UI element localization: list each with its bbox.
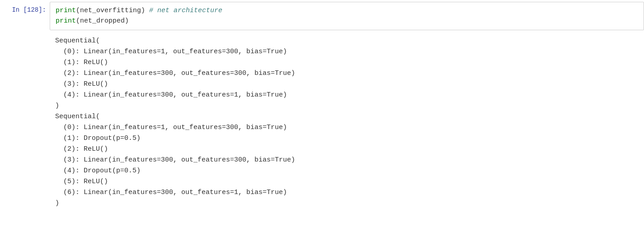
block2-line-1: (1): Dropout(p=0.5) <box>55 133 639 144</box>
block1-footer: ) <box>55 101 639 111</box>
print-keyword-1: print <box>56 7 76 14</box>
code-line-2: print(net_dropped) <box>56 17 129 25</box>
print-args-1: (net_overfitting) <box>76 7 145 14</box>
code-line-1: print(net_overfitting) # net architectur… <box>56 7 222 14</box>
cell-label: In [128]: <box>0 2 50 18</box>
block2-line-6: (6): Linear(in_features=300, out_feature… <box>55 187 639 198</box>
block1-line-0: (0): Linear(in_features=1, out_features=… <box>55 46 639 57</box>
output-cell: Sequential( (0): Linear(in_features=1, o… <box>0 32 644 213</box>
block1-line-3: (3): ReLU() <box>55 79 639 90</box>
block2-line-3: (3): Linear(in_features=300, out_feature… <box>55 155 639 166</box>
output-label-spacer <box>0 34 50 211</box>
print-keyword-2: print <box>56 17 76 25</box>
block2-line-5: (5): ReLU() <box>55 176 639 187</box>
block1-header: Sequential( <box>55 36 639 46</box>
output-content: Sequential( (0): Linear(in_features=1, o… <box>50 34 644 211</box>
comment-1: # net architecture <box>145 7 222 14</box>
block2-line-0: (0): Linear(in_features=1, out_features=… <box>55 122 639 133</box>
cell-input-area[interactable]: print(net_overfitting) # net architectur… <box>50 2 644 30</box>
block2-header: Sequential( <box>55 111 639 122</box>
block2-line-4: (4): Dropout(p=0.5) <box>55 166 639 176</box>
block1-line-2: (2): Linear(in_features=300, out_feature… <box>55 68 639 79</box>
block2-footer: ) <box>55 198 639 209</box>
input-cell: In [128]: print(net_overfitting) # net a… <box>0 0 644 32</box>
block1-line-4: (4): Linear(in_features=300, out_feature… <box>55 90 639 101</box>
print-args-2: (net_dropped) <box>76 17 129 25</box>
block1-line-1: (1): ReLU() <box>55 57 639 68</box>
block2-line-2: (2): ReLU() <box>55 144 639 155</box>
